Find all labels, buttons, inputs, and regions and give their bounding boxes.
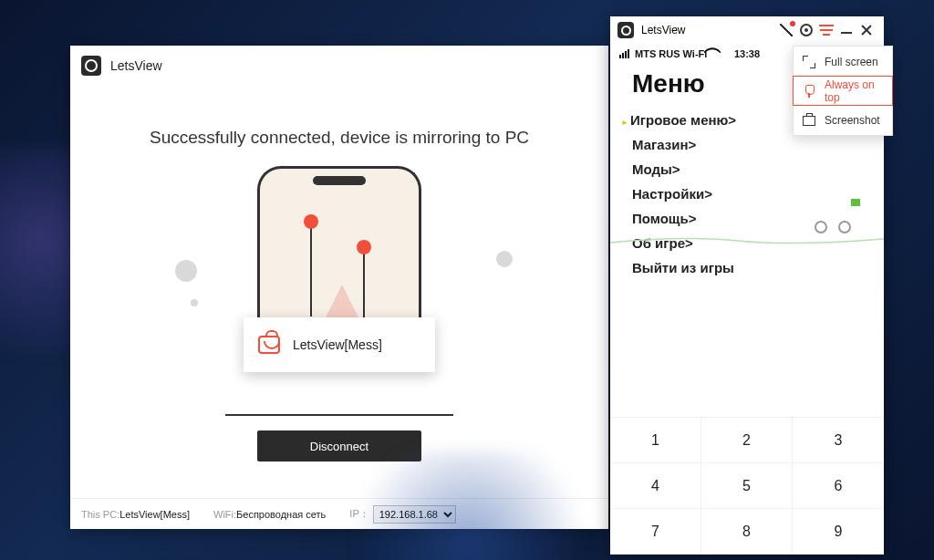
decorative-dot [191, 299, 198, 306]
numeric-keypad: 1 2 3 4 5 6 7 8 9 [610, 417, 884, 555]
bike-sprite [815, 210, 851, 233]
close-button[interactable] [856, 20, 877, 40]
wifi-icon [712, 48, 723, 59]
ctx-always-on-top-label: Always on top [825, 78, 883, 104]
minimize-button[interactable] [836, 20, 856, 40]
ctx-always-on-top[interactable]: Always on top [793, 76, 893, 106]
disconnect-button[interactable]: Disconnect [257, 430, 421, 461]
key-9[interactable]: 9 [793, 509, 884, 555]
flag-icon [851, 199, 860, 206]
pin-icon [803, 85, 815, 98]
success-message: Successfully connected, device is mirror… [70, 128, 608, 148]
tv-icon [258, 336, 280, 354]
carrier-label: MTS RUS Wi-Fi [635, 48, 707, 59]
ip-select[interactable]: 192.168.1.68 [373, 505, 456, 524]
fullscreen-icon [803, 56, 815, 68]
footer-wifi: WiFi:Беспроводная сеть [213, 509, 326, 520]
mirror-window-title: LetsView [641, 24, 685, 36]
decorative-dot [175, 260, 197, 282]
status-clock: 13:38 [734, 48, 760, 59]
menu-item-settings[interactable]: Настройки> [632, 181, 869, 206]
window-context-menu: Full screen Always on top Screenshot [793, 46, 893, 136]
letsview-logo-icon [81, 56, 101, 76]
key-2[interactable]: 2 [701, 418, 793, 463]
signal-icon [619, 49, 629, 58]
menu-item-mods[interactable]: Моды> [632, 157, 869, 181]
key-1[interactable]: 1 [610, 418, 701, 463]
main-window-titlebar[interactable]: LetsView [70, 46, 608, 82]
device-name-popup[interactable]: LetsView[Mess] [244, 317, 435, 372]
ground-line [225, 414, 453, 416]
menu-item-shop[interactable]: Магазин> [632, 132, 869, 157]
ctx-fullscreen[interactable]: Full screen [794, 47, 892, 77]
screenshot-icon [803, 114, 815, 127]
ctx-fullscreen-label: Full screen [825, 56, 878, 68]
mirror-window-titlebar[interactable]: LetsView [610, 16, 884, 44]
menu-item-exit[interactable]: Выйти из игры [632, 255, 869, 280]
record-icon [800, 24, 813, 36]
record-button[interactable] [796, 20, 816, 40]
footer-this-pc: This PC:LetsView[Mess] [81, 509, 190, 520]
close-icon [861, 25, 872, 36]
key-7[interactable]: 7 [610, 509, 701, 555]
letsview-main-window: LetsView Successfully connected, device … [70, 46, 608, 529]
device-name-text: LetsView[Mess] [293, 337, 382, 352]
draw-button[interactable] [776, 20, 796, 40]
main-window-body: Successfully connected, device is mirror… [70, 82, 608, 498]
hamburger-icon [820, 29, 833, 31]
ctx-screenshot[interactable]: Screenshot [794, 105, 892, 135]
ctx-screenshot-label: Screenshot [825, 114, 880, 127]
menu-button[interactable] [816, 20, 836, 40]
decorative-dot [496, 251, 513, 267]
main-window-title: LetsView [110, 58, 162, 73]
menu-item-about[interactable]: Об игре> [632, 231, 869, 255]
key-4[interactable]: 4 [610, 463, 701, 509]
key-3[interactable]: 3 [793, 418, 884, 463]
brush-icon [780, 24, 793, 36]
key-6[interactable]: 6 [793, 463, 884, 509]
footer-ip: IP： 192.168.1.68 [349, 505, 455, 524]
key-8[interactable]: 8 [701, 509, 793, 555]
letsview-logo-icon [617, 22, 634, 38]
key-5[interactable]: 5 [701, 463, 793, 509]
main-window-footer: This PC:LetsView[Mess] WiFi:Беспроводная… [70, 498, 608, 529]
minimize-icon [841, 32, 852, 34]
